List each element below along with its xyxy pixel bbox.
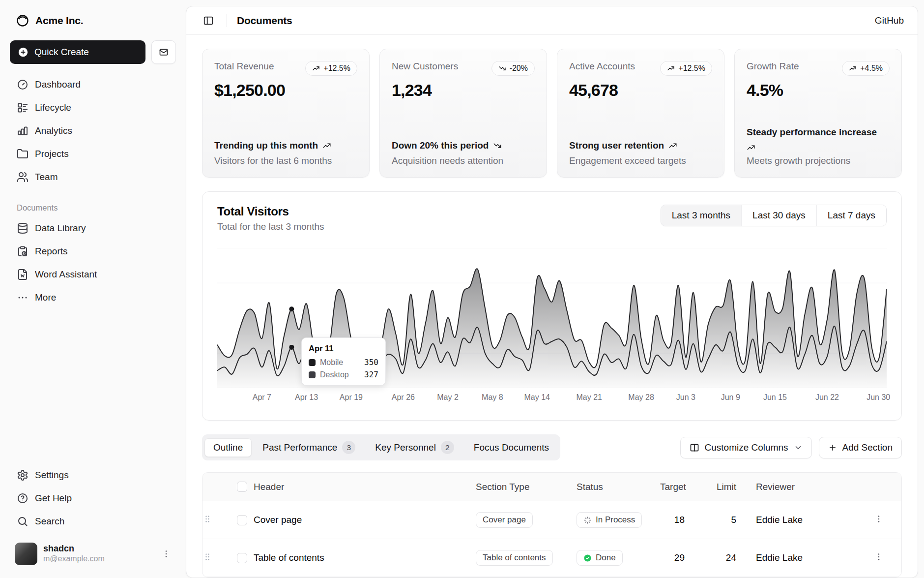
tab-past-performance[interactable]: Past Performance3 [254,437,364,458]
column-header: Limit [704,482,756,492]
chart-tooltip: Apr 11 Mobile 350 Desktop 327 [301,337,386,386]
check-circle-icon [583,554,592,562]
tab-count-badge: 2 [441,441,454,454]
stat-card-footer-secondary: Meets growth projections [747,155,890,166]
sidebar-documents-nav: Data Library Reports Word Assistant More [10,216,176,309]
table-row[interactable]: Cover page Cover page In Process 18 5 Ed… [202,501,901,539]
main-panel: Documents GitHub Total Revenue +12.5% $1… [186,6,918,578]
sidebar-item-projects[interactable]: Projects [10,142,176,165]
series-swatch [309,371,316,378]
sidebar-item-word-assistant[interactable]: Word Assistant [10,263,176,286]
list-details-icon [17,102,29,114]
tab-key-personnel[interactable]: Key Personnel2 [366,437,463,458]
visitors-area-chart[interactable]: Apr 7Apr 13Apr 19Apr 26May 2May 8May 14M… [217,248,887,410]
reviewer-cell[interactable]: Eddie Lake [756,515,874,525]
tab-focus-documents[interactable]: Focus Documents [465,438,558,457]
range-last-30-days[interactable]: Last 30 days [741,205,816,226]
stat-card-footer-primary: Down 20% this period [392,139,535,152]
table-row[interactable]: Table of contents Table of contents Done… [202,539,901,577]
workspace-switcher[interactable]: Acme Inc. [10,8,176,33]
sidebar-item-label: Data Library [35,223,86,234]
column-header: Header [254,482,476,492]
sidebar-item-lifecycle[interactable]: Lifecycle [10,96,176,119]
trend-up-icon [322,141,331,150]
chart-header: Total Visitors Total for the last 3 mont… [217,205,887,232]
columns-icon [690,443,699,453]
column-header: Target [660,482,704,492]
loader-icon [583,516,592,524]
customize-columns-button[interactable]: Customize Columns [680,437,812,458]
search-icon [17,516,29,527]
folder-icon [17,148,29,160]
limit-cell[interactable]: 24 [704,552,756,563]
sidebar-item-more[interactable]: More [10,286,176,309]
trend-down-icon [493,141,502,150]
sidebar-item-settings[interactable]: Settings [10,463,176,487]
x-axis-tick: May 14 [524,393,550,402]
plus-icon [828,443,837,452]
drag-handle-icon[interactable] [202,552,212,562]
row-menu-icon[interactable] [874,514,884,524]
sidebar-item-analytics[interactable]: Analytics [10,119,176,142]
target-cell[interactable]: 18 [660,515,704,525]
help-icon [17,492,29,504]
stat-card-value: 45,678 [569,81,712,100]
row-menu-icon[interactable] [874,552,884,562]
row-header-cell: Cover page [254,515,476,525]
content: Total Revenue +12.5% $1,250.00 Trending … [186,35,918,578]
active-dot-desktop [289,306,294,311]
tooltip-series-label: Mobile [320,358,343,367]
row-checkbox[interactable] [237,553,247,563]
x-axis-tick: Apr 7 [253,393,271,402]
select-all-checkbox[interactable] [237,482,247,492]
drag-handle-icon[interactable] [202,514,212,524]
tooltip-series-label: Desktop [320,370,349,379]
mail-icon [159,47,169,57]
chart-subtitle: Total for the last 3 months [217,221,324,232]
page-title: Documents [237,15,292,27]
users-icon [17,171,29,183]
target-cell[interactable]: 29 [660,552,704,563]
stat-card-title: Total Revenue [214,61,274,72]
sidebar-item-reports[interactable]: Reports [10,240,176,263]
sidebar-item-dashboard[interactable]: Dashboard [10,73,176,96]
table-actions: Customize Columns Add Section [680,437,902,458]
x-axis-tick: Apr 19 [340,393,363,402]
tab-outline[interactable]: Outline [204,438,252,457]
sidebar-toggle-button[interactable] [200,12,217,29]
inbox-button[interactable] [151,40,176,64]
reviewer-cell[interactable]: Eddie Lake [756,552,874,563]
sidebar-item-team[interactable]: Team [10,165,176,188]
table-section: OutlinePast Performance3Key Personnel2Fo… [202,434,902,578]
github-link[interactable]: GitHub [875,15,904,26]
quick-create-label: Quick Create [34,47,89,58]
stat-card-value: $1,250.00 [214,81,357,100]
limit-cell[interactable]: 5 [704,515,756,525]
column-header: Status [577,482,660,492]
add-section-button[interactable]: Add Section [819,437,902,458]
sidebar-item-label: Lifecycle [35,102,71,113]
range-last-7-days[interactable]: Last 7 days [816,205,886,226]
table-tabs: OutlinePast Performance3Key Personnel2Fo… [202,434,560,460]
chart-title: Total Visitors [217,205,324,218]
sidebar-item-label: Projects [35,149,69,159]
section-type-badge: Cover page [476,512,533,528]
user-name: shadcn [43,544,105,554]
quick-create-row: Quick Create [10,40,176,64]
stat-cards: Total Revenue +12.5% $1,250.00 Trending … [202,49,902,178]
range-last-3-months[interactable]: Last 3 months [661,205,741,226]
quick-create-button[interactable]: Quick Create [10,40,145,64]
sidebar-item-data-library[interactable]: Data Library [10,216,176,240]
sidebar-item-label: Get Help [35,493,72,504]
chart-title-block: Total Visitors Total for the last 3 mont… [217,205,324,232]
row-checkbox[interactable] [237,515,247,525]
sidebar-item-get-help[interactable]: Get Help [10,487,176,510]
sidebar-item-search[interactable]: Search [10,510,176,533]
active-dot-mobile [289,345,294,350]
x-axis-tick: May 28 [628,393,654,402]
trend-up-icon [312,64,320,72]
user-menu[interactable]: shadcn m@example.com [10,539,176,569]
status-badge: Done [577,550,623,566]
chart-bar-icon [17,125,29,137]
dashboard-icon [17,79,29,91]
